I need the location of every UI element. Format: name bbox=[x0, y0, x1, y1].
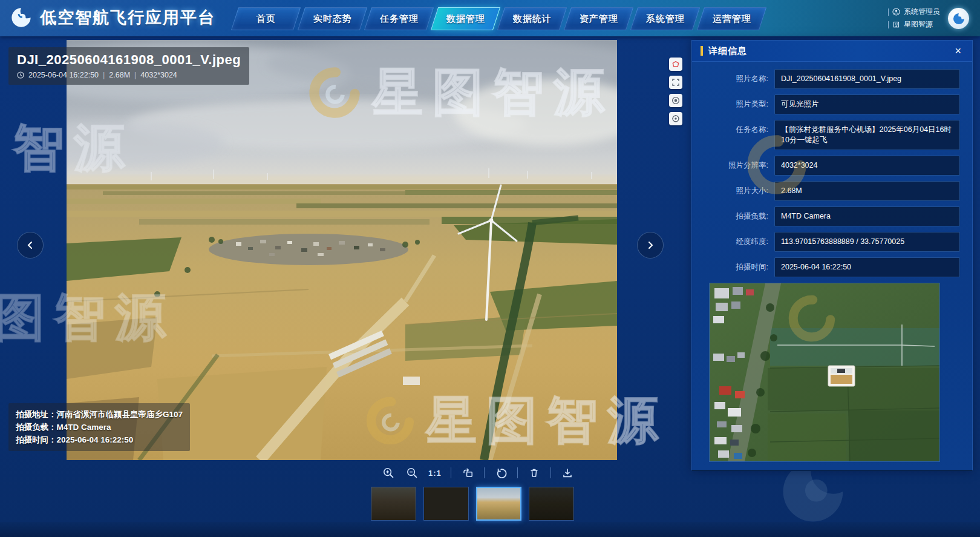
tab-data-statistics[interactable]: 数据统计 bbox=[497, 7, 567, 30]
zoom-out-icon bbox=[406, 467, 418, 479]
divider bbox=[888, 8, 889, 16]
toolbar-divider bbox=[517, 467, 518, 478]
details-panel: 详细信息 × 照片名称: DJI_20250604161908_0001_V.j… bbox=[691, 40, 973, 471]
field-value: DJI_20250604161908_0001_V.jpeg bbox=[774, 69, 960, 89]
field-photo-name: 照片名称: DJI_20250604161908_0001_V.jpeg bbox=[701, 69, 960, 89]
tab-realtime[interactable]: 实时态势 bbox=[298, 7, 367, 30]
tab-operations[interactable]: 运营管理 bbox=[697, 7, 766, 30]
viewer-side-tools bbox=[669, 58, 682, 125]
rotate-left-button[interactable] bbox=[460, 466, 475, 480]
thumbnail-image bbox=[371, 487, 416, 520]
next-photo-button[interactable] bbox=[637, 232, 664, 259]
field-capture-time: 拍摄时间: 2025-06-04 16:22:50 bbox=[701, 257, 960, 277]
polygon-icon bbox=[671, 60, 680, 68]
photo-meta-resolution: 4032*3024 bbox=[140, 71, 177, 79]
toolbar-divider bbox=[451, 467, 451, 478]
app-logo-icon bbox=[10, 6, 33, 29]
photo-marker bbox=[828, 366, 855, 386]
fullscreen-button[interactable] bbox=[669, 76, 682, 89]
app-window: 低空智航飞行应用平台 首页 实时态势 任务管理 数据管理 数据统计 资产管理 系… bbox=[0, 0, 980, 537]
thumbnail-3-selected[interactable] bbox=[476, 487, 521, 521]
rotate-left-icon bbox=[462, 467, 474, 479]
thumbnail-image bbox=[477, 488, 520, 519]
shoot-payload: M4TD Camera bbox=[57, 423, 111, 432]
thumbnail-image bbox=[424, 487, 468, 520]
zoom-ratio-button[interactable]: 1:1 bbox=[428, 469, 442, 478]
user-area: 系统管理员 星图智源 bbox=[888, 5, 940, 31]
logo-circle-button[interactable] bbox=[948, 8, 969, 29]
user-account[interactable]: 系统管理员 bbox=[888, 5, 940, 18]
aerial-photo bbox=[67, 40, 617, 460]
user-name: 系统管理员 bbox=[904, 7, 940, 17]
zoom-in-icon bbox=[382, 467, 394, 479]
thumbnail-2[interactable] bbox=[423, 487, 469, 521]
tab-system[interactable]: 系统管理 bbox=[630, 7, 700, 30]
tab-tasks[interactable]: 任务管理 bbox=[364, 7, 434, 30]
download-icon bbox=[561, 467, 573, 479]
thumbnail-strip bbox=[371, 487, 574, 521]
satellite-map bbox=[710, 283, 939, 461]
field-value: 113.97015763888889 / 33.75770025 bbox=[774, 232, 960, 252]
toolbar-divider bbox=[484, 467, 485, 478]
photo-canvas[interactable] bbox=[67, 40, 617, 460]
tab-home[interactable]: 首页 bbox=[231, 7, 301, 30]
details-fields: 照片名称: DJI_20250604161908_0001_V.jpeg 照片类… bbox=[692, 62, 972, 277]
field-payload: 拍摄负载: M4TD Camera bbox=[701, 206, 960, 226]
toolbar-divider bbox=[550, 467, 551, 478]
top-navbar: 低空智航飞行应用平台 首页 实时态势 任务管理 数据管理 数据统计 资产管理 系… bbox=[0, 0, 980, 36]
reset-view-button[interactable] bbox=[494, 466, 508, 480]
zoom-in-button[interactable] bbox=[381, 466, 396, 480]
field-value: 2025-06-04 16:22:50 bbox=[774, 257, 960, 277]
thumbnail-1[interactable] bbox=[371, 487, 416, 521]
accent-bar bbox=[701, 46, 703, 56]
download-photo-button[interactable] bbox=[560, 466, 575, 480]
user-icon bbox=[892, 8, 900, 16]
annotate-region-button[interactable] bbox=[669, 58, 682, 71]
swirl-icon bbox=[952, 12, 965, 25]
photo-meta-time: 2025-06-04 16:22:50 bbox=[28, 71, 99, 79]
clock-icon bbox=[17, 71, 24, 79]
photo-filename: DJI_20250604161908_0001_V.jpeg bbox=[17, 52, 241, 68]
footer-strip bbox=[0, 522, 980, 537]
delete-photo-button[interactable] bbox=[527, 466, 541, 480]
photo-meta-size: 2.68M bbox=[109, 71, 130, 79]
org-icon bbox=[892, 21, 900, 28]
brand: 低空智航飞行应用平台 bbox=[10, 6, 215, 29]
field-value: 可见光照片 bbox=[774, 94, 960, 114]
photo-address-overlay: 拍摄地址：河南省漯河市临颍县皇帝庙乡G107 拍摄负载：M4TD Camera … bbox=[8, 403, 190, 451]
viewer-toolbar: 1:1 bbox=[381, 462, 575, 484]
location-minimap[interactable] bbox=[709, 283, 940, 462]
visible-light-toggle-button[interactable] bbox=[669, 94, 682, 107]
close-panel-button[interactable]: × bbox=[952, 44, 964, 58]
chevron-right-icon bbox=[645, 240, 655, 250]
field-task-name: 任务名称: 【前张村党群服务中心机场】2025年06月04日16时10分一键起飞 bbox=[701, 120, 960, 150]
reset-icon bbox=[495, 467, 507, 479]
field-resolution: 照片分辨率: 4032*3024 bbox=[701, 156, 960, 176]
prev-photo-button[interactable] bbox=[17, 232, 44, 259]
tenant-org[interactable]: 星图智源 bbox=[888, 18, 940, 31]
chevron-left-icon bbox=[25, 240, 35, 250]
details-panel-title: 详细信息 bbox=[708, 45, 952, 57]
thumbnail-image bbox=[529, 487, 573, 520]
field-value: 4032*3024 bbox=[774, 156, 960, 176]
field-size: 照片大小: 2.68M bbox=[701, 181, 960, 201]
zoom-out-button[interactable] bbox=[405, 466, 419, 480]
field-value: 2.68M bbox=[774, 181, 960, 201]
eye-icon bbox=[671, 96, 680, 105]
divider bbox=[888, 21, 889, 28]
field-value: M4TD Camera bbox=[774, 206, 960, 226]
nav-tabs: 首页 实时态势 任务管理 数据管理 数据统计 资产管理 系统管理 运营管理 bbox=[235, 7, 763, 30]
app-title: 低空智航飞行应用平台 bbox=[40, 7, 215, 28]
fullscreen-icon bbox=[671, 78, 680, 87]
photo-title-overlay: DJI_20250604161908_0001_V.jpeg 2025-06-0… bbox=[8, 47, 249, 85]
details-panel-header: 详细信息 × bbox=[692, 41, 972, 62]
tab-data-management[interactable]: 数据管理 bbox=[431, 7, 500, 30]
locate-on-map-button[interactable] bbox=[669, 112, 682, 125]
field-photo-type: 照片类型: 可见光照片 bbox=[701, 94, 960, 114]
field-coordinates: 经度纬度: 113.97015763888889 / 33.75770025 bbox=[701, 232, 960, 252]
thumbnail-4[interactable] bbox=[529, 487, 574, 521]
field-value: 【前张村党群服务中心机场】2025年06月04日16时10分一键起飞 bbox=[774, 120, 960, 150]
target-icon bbox=[671, 114, 680, 123]
tab-assets[interactable]: 资产管理 bbox=[564, 7, 633, 30]
shoot-time: 2025-06-04 16:22:50 bbox=[57, 435, 134, 444]
